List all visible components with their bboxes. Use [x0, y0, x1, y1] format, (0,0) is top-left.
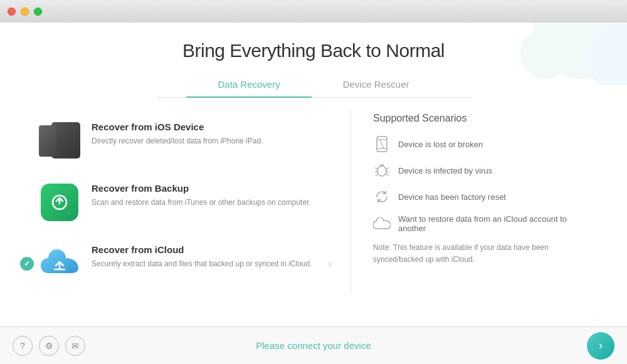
scenario-text-lost: Device is lost or broken — [398, 140, 483, 149]
backup-icon — [38, 180, 82, 224]
icloud-chevron-icon: › — [328, 257, 332, 271]
icloud-icon — [38, 242, 82, 286]
tab-device-rescuer[interactable]: Device Rescuer — [312, 74, 441, 97]
svg-line-8 — [380, 140, 384, 148]
main-title: Bring Everything Back to Normal — [0, 40, 627, 61]
titlebar — [0, 0, 627, 23]
backup-item-text: Recover from Backup Scan and restore dat… — [92, 180, 332, 208]
icloud-item-text: Recover from iCloud Securely extract dat… — [92, 242, 313, 269]
content-area: Recover from iOS Device Directly recover… — [38, 98, 589, 294]
icloud-item-title: Recover from iCloud — [92, 244, 313, 255]
svg-line-16 — [386, 168, 388, 169]
tab-data-recovery[interactable]: Data Recovery — [186, 74, 311, 97]
svg-line-15 — [376, 174, 377, 175]
scenario-text-icloud: Want to restore data from an iCloud acco… — [398, 214, 589, 233]
header-section: Bring Everything Back to Normal Data Rec… — [0, 23, 627, 98]
scenario-text-virus: Device is infected by virus — [398, 166, 492, 175]
status-text: Please connect your device — [256, 340, 371, 351]
reset-icon — [373, 188, 391, 205]
phone-broken-icon — [373, 135, 391, 153]
scenario-item-reset: Device has been factory reset — [373, 188, 589, 205]
next-arrow-icon: › — [599, 339, 603, 352]
tabs-container: Data Recovery Device Rescuer — [157, 74, 470, 98]
recovery-options-panel: Recover from iOS Device Directly recover… — [38, 110, 351, 294]
status-prefix: Please — [256, 340, 287, 351]
scenario-item-lost: Device is lost or broken — [373, 135, 589, 153]
recovery-item-ios[interactable]: Recover from iOS Device Directly recover… — [38, 110, 332, 172]
ios-item-desc: Directly recover deleted/lost data from … — [92, 135, 332, 147]
icloud-item-desc: Securely extract data and files that bac… — [92, 258, 313, 269]
svg-line-18 — [386, 174, 388, 175]
scenario-item-virus: Device is infected by virus — [373, 162, 589, 179]
maximize-button[interactable] — [34, 8, 42, 16]
backup-item-title: Recover from Backup — [92, 183, 332, 194]
svg-point-9 — [377, 166, 386, 176]
scenarios-title: Supported Scenarios — [373, 113, 589, 124]
ios-item-text: Recover from iOS Device Directly recover… — [92, 119, 332, 147]
main-content: Bring Everything Back to Normal Data Rec… — [0, 23, 627, 326]
backup-arrow-icon — [50, 192, 70, 212]
help-button[interactable]: ? — [13, 336, 33, 356]
svg-line-13 — [376, 168, 377, 169]
bottom-bar: ? ⚙ ✉ Please connect your device › — [0, 326, 627, 364]
ios-item-title: Recover from iOS Device — [92, 122, 332, 132]
scenario-item-icloud: Want to restore data from an iCloud acco… — [373, 214, 589, 233]
recovery-item-backup[interactable]: Recover from Backup Scan and restore dat… — [38, 172, 332, 233]
selected-checkmark — [20, 257, 34, 271]
recovery-item-icloud[interactable]: Recover from iCloud Securely extract dat… — [38, 233, 332, 294]
ios-device-icon — [38, 119, 82, 163]
status-highlight: connect — [287, 340, 320, 351]
help-icon: ? — [20, 341, 25, 351]
scenarios-note: Note: This feature is available if your … — [373, 242, 586, 266]
settings-button[interactable]: ⚙ — [39, 336, 59, 356]
mail-button[interactable]: ✉ — [65, 336, 85, 356]
settings-icon: ⚙ — [45, 341, 53, 351]
bottom-left-icons: ? ⚙ ✉ — [13, 336, 85, 356]
mail-icon: ✉ — [71, 341, 79, 351]
status-suffix: your device — [320, 340, 371, 351]
backup-icon-bg — [41, 184, 78, 221]
cloud-transfer-icon — [373, 215, 391, 232]
scenario-text-reset: Device has been factory reset — [398, 192, 506, 202]
iphone-shape — [39, 125, 56, 157]
scenarios-panel: Supported Scenarios Device is lost or br… — [351, 110, 589, 294]
icloud-cloud-icon — [38, 247, 81, 281]
next-button[interactable]: › — [587, 332, 614, 360]
minimize-button[interactable] — [21, 8, 29, 16]
close-button[interactable] — [8, 8, 16, 16]
bug-icon — [373, 162, 391, 179]
backup-item-desc: Scan and restore data from iTunes or oth… — [92, 197, 332, 208]
